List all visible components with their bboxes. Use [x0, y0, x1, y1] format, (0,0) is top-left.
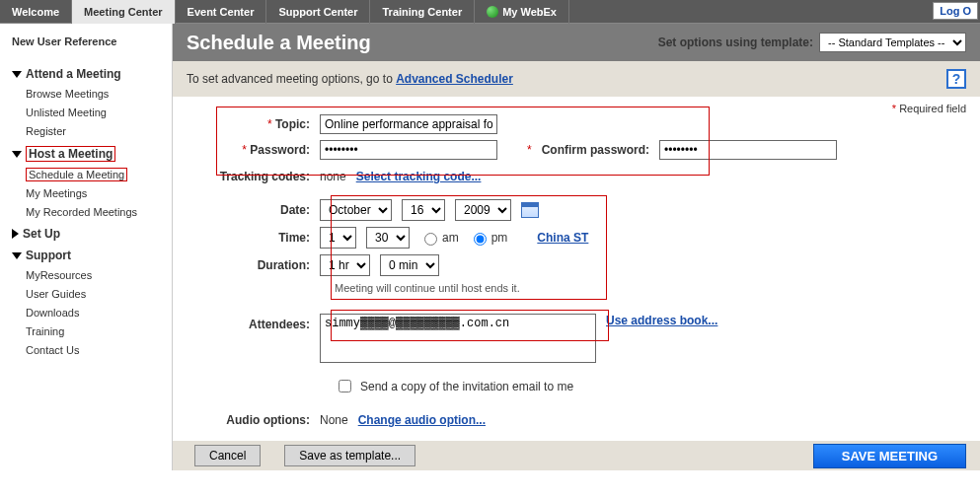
month-select[interactable]: October — [320, 199, 392, 221]
tab-support-center[interactable]: Support Center — [266, 0, 370, 24]
sidebar-downloads[interactable]: Downloads — [26, 306, 164, 320]
addressbook-link[interactable]: Use address book... — [606, 314, 717, 327]
sidebar-myresources[interactable]: MyResources — [26, 268, 164, 282]
new-user-reference[interactable]: New User Reference — [12, 36, 164, 47]
day-select[interactable]: 16 — [402, 199, 445, 221]
tracking-link[interactable]: Select tracking code... — [356, 170, 482, 183]
sidebar-unlisted-meeting[interactable]: Unlisted Meeting — [26, 106, 164, 119]
chevron-down-icon — [12, 151, 22, 158]
pm-label: pm — [491, 231, 508, 245]
password-input[interactable] — [320, 140, 497, 160]
duration-note: Meeting will continue until host ends it… — [335, 282, 966, 294]
help-icon[interactable]: ? — [946, 69, 966, 89]
log-button[interactable]: Log O — [933, 2, 978, 20]
duration-hr-select[interactable]: 1 hr — [320, 254, 370, 276]
attendees-input[interactable] — [320, 314, 596, 363]
sidebar: New User Reference Attend a Meeting Brow… — [0, 24, 173, 470]
cancel-button[interactable]: Cancel — [194, 445, 261, 466]
timezone-link[interactable]: China ST — [537, 231, 588, 245]
setup-heading[interactable]: Set Up — [12, 227, 164, 241]
sendcopy-label: Send a copy of the invitation email to m… — [360, 380, 573, 393]
footer-bar: Cancel Save as template... SAVE MEETING — [173, 441, 980, 470]
support-heading[interactable]: Support — [12, 249, 164, 262]
top-nav: Welcome Meeting Center Event Center Supp… — [0, 0, 980, 24]
advanced-prefix: To set advanced meeting options, go to — [187, 72, 396, 86]
date-label: Date: — [280, 203, 310, 217]
save-template-button[interactable]: Save as template... — [284, 445, 415, 466]
tab-welcome[interactable]: Welcome — [0, 0, 72, 24]
attendees-label: Attendees: — [249, 318, 310, 331]
confirm-password-input[interactable] — [659, 140, 837, 160]
pm-radio[interactable] — [474, 233, 487, 246]
setup-heading-label: Set Up — [23, 227, 60, 241]
audio-label: Audio options: — [226, 413, 310, 427]
audio-none: None — [320, 413, 348, 427]
tab-my-webex[interactable]: My WebEx — [475, 0, 569, 24]
tab-my-webex-label: My WebEx — [502, 6, 557, 18]
support-heading-label: Support — [26, 249, 71, 262]
chevron-down-icon — [12, 71, 22, 78]
time-label: Time: — [278, 231, 310, 245]
sidebar-my-recorded[interactable]: My Recorded Meetings — [26, 205, 164, 219]
sidebar-training[interactable]: Training — [26, 324, 164, 338]
sendcopy-checkbox[interactable] — [339, 380, 351, 392]
chevron-right-icon — [12, 229, 19, 239]
globe-icon — [487, 6, 498, 18]
host-heading-label: Host a Meeting — [26, 146, 115, 162]
template-select[interactable]: -- Standard Templates -- — [819, 33, 966, 52]
chevron-down-icon — [12, 252, 22, 259]
attend-heading-label: Attend a Meeting — [26, 67, 121, 81]
template-label: Set options using template: — [658, 36, 813, 49]
advanced-bar: To set advanced meeting options, go to A… — [173, 61, 980, 97]
page-header: Schedule a Meeting Set options using tem… — [173, 24, 980, 61]
host-heading[interactable]: Host a Meeting — [12, 146, 164, 162]
confirm-password-label: Confirm password: — [542, 143, 649, 157]
duration-label: Duration: — [258, 258, 310, 272]
topic-input[interactable] — [320, 114, 497, 134]
page-title: Schedule a Meeting — [187, 32, 371, 54]
am-label: am — [442, 231, 459, 245]
attend-heading[interactable]: Attend a Meeting — [12, 67, 164, 81]
am-radio[interactable] — [424, 233, 437, 246]
content: Schedule a Meeting Set options using tem… — [173, 24, 980, 470]
tab-event-center[interactable]: Event Center — [176, 0, 267, 24]
sidebar-schedule-meeting[interactable]: Schedule a Meeting — [26, 168, 127, 181]
audio-link[interactable]: Change audio option... — [358, 413, 486, 427]
advanced-scheduler-link[interactable]: Advanced Scheduler — [396, 72, 513, 86]
tracking-label: Tracking codes: — [220, 170, 310, 183]
tracking-none: none — [320, 170, 346, 183]
tab-meeting-center[interactable]: Meeting Center — [72, 0, 175, 24]
topic-label: Topic: — [275, 117, 310, 131]
hour-select[interactable]: 1 — [320, 227, 356, 249]
minute-select[interactable]: 30 — [366, 227, 410, 249]
sidebar-my-meetings[interactable]: My Meetings — [26, 186, 164, 200]
tab-training-center[interactable]: Training Center — [370, 0, 475, 24]
save-meeting-button[interactable]: SAVE MEETING — [813, 444, 966, 468]
sidebar-user-guides[interactable]: User Guides — [26, 287, 164, 301]
calendar-icon[interactable] — [521, 202, 539, 218]
duration-min-select[interactable]: 0 min — [380, 254, 439, 276]
form-area: * Required field * Topic: * Password: * — [173, 97, 980, 441]
sidebar-contact-us[interactable]: Contact Us — [26, 343, 164, 357]
sidebar-browse-meetings[interactable]: Browse Meetings — [26, 87, 164, 101]
password-label: Password: — [250, 143, 310, 157]
sidebar-register[interactable]: Register — [26, 124, 164, 138]
year-select[interactable]: 2009 — [455, 199, 511, 221]
